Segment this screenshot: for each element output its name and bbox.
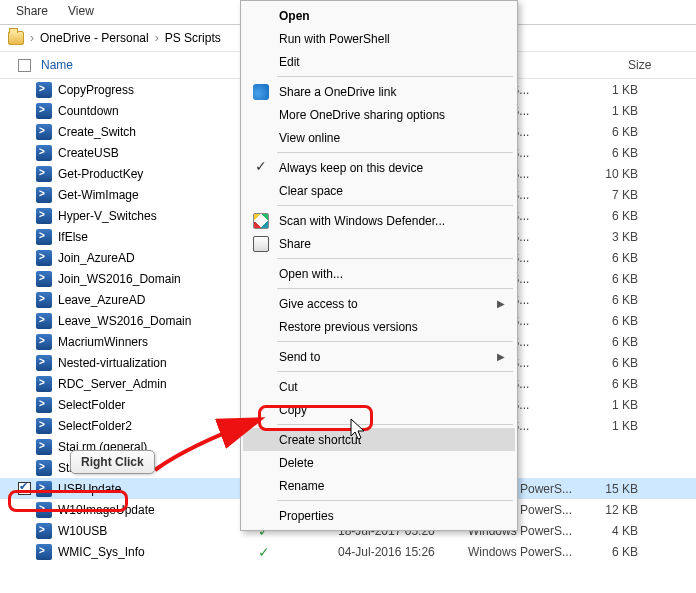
ctx-always-keep[interactable]: Always keep on this device: [243, 156, 515, 179]
annotation-tooltip-right-click: Right Click: [70, 450, 155, 474]
ctx-send-to[interactable]: Send to▶: [243, 345, 515, 368]
chevron-right-icon: ›: [30, 31, 34, 45]
powershell-file-icon: [36, 82, 52, 98]
file-size: 3 KB: [578, 230, 638, 244]
file-name: SelectFolder: [58, 398, 258, 412]
file-name: Get-WimImage: [58, 188, 258, 202]
separator: [277, 205, 513, 206]
file-size: 6 KB: [578, 293, 638, 307]
file-name: Get-ProductKey: [58, 167, 258, 181]
chevron-right-icon: ▶: [497, 351, 505, 362]
powershell-file-icon: [36, 502, 52, 518]
ctx-run-powershell[interactable]: Run with PowerShell: [243, 27, 515, 50]
file-name: Countdown: [58, 104, 258, 118]
column-size[interactable]: Size: [598, 58, 688, 72]
file-date: 04-Jul-2016 15:26: [338, 545, 468, 559]
tab-share[interactable]: Share: [16, 4, 48, 18]
file-size: 6 KB: [578, 272, 638, 286]
powershell-file-icon: [36, 460, 52, 476]
ctx-more-onedrive-options[interactable]: More OneDrive sharing options: [243, 103, 515, 126]
file-size: 6 KB: [578, 251, 638, 265]
powershell-file-icon: [36, 187, 52, 203]
powershell-file-icon: [36, 208, 52, 224]
separator: [277, 424, 513, 425]
file-name: USBUpdate: [58, 482, 258, 496]
separator: [277, 152, 513, 153]
file-size: 12 KB: [578, 503, 638, 517]
ctx-create-shortcut[interactable]: Create shortcut: [243, 428, 515, 451]
powershell-file-icon: [36, 376, 52, 392]
powershell-file-icon: [36, 397, 52, 413]
ctx-rename[interactable]: Rename: [243, 474, 515, 497]
file-name: Join_WS2016_Domain: [58, 272, 258, 286]
ctx-clear-space[interactable]: Clear space: [243, 179, 515, 202]
file-name: CopyProgress: [58, 83, 258, 97]
ctx-share[interactable]: Share: [243, 232, 515, 255]
separator: [277, 258, 513, 259]
file-name: CreateUSB: [58, 146, 258, 160]
tab-view[interactable]: View: [68, 4, 94, 18]
file-name: Hyper-V_Switches: [58, 209, 258, 223]
sync-status-icon: ✓: [258, 544, 338, 560]
file-size: 6 KB: [578, 125, 638, 139]
context-menu: Open Run with PowerShell Edit Share a On…: [240, 0, 518, 531]
breadcrumb-subfolder[interactable]: PS Scripts: [165, 31, 221, 45]
file-name: Create_Switch: [58, 125, 258, 139]
file-size: 15 KB: [578, 482, 638, 496]
ctx-give-access-to[interactable]: Give access to▶: [243, 292, 515, 315]
file-size: 10 KB: [578, 167, 638, 181]
ctx-open-with[interactable]: Open with...: [243, 262, 515, 285]
row-checkbox[interactable]: [18, 482, 31, 495]
powershell-file-icon: [36, 292, 52, 308]
ctx-restore-versions[interactable]: Restore previous versions: [243, 315, 515, 338]
ctx-edit[interactable]: Edit: [243, 50, 515, 73]
file-size: 6 KB: [578, 209, 638, 223]
ctx-view-online[interactable]: View online: [243, 126, 515, 149]
file-name: W10USB: [58, 524, 258, 538]
file-name: WMIC_Sys_Info: [58, 545, 258, 559]
ctx-scan-defender[interactable]: Scan with Windows Defender...: [243, 209, 515, 232]
powershell-file-icon: [36, 145, 52, 161]
select-all-checkbox[interactable]: [18, 59, 31, 72]
annotation-arrow: [150, 415, 270, 475]
ctx-copy[interactable]: Copy: [243, 398, 515, 421]
file-size: 1 KB: [578, 419, 638, 433]
powershell-file-icon: [36, 250, 52, 266]
file-size: 4 KB: [578, 524, 638, 538]
folder-icon: [8, 31, 24, 45]
powershell-file-icon: [36, 481, 52, 497]
file-size: 1 KB: [578, 104, 638, 118]
check-icon: [253, 160, 269, 176]
powershell-file-icon: [36, 523, 52, 539]
file-row[interactable]: WMIC_Sys_Info✓04-Jul-2016 15:26Windows P…: [0, 541, 696, 562]
file-name: MacriumWinners: [58, 335, 258, 349]
ctx-open[interactable]: Open: [243, 4, 515, 27]
file-name: RDC_Server_Admin: [58, 377, 258, 391]
file-size: 7 KB: [578, 188, 638, 202]
ctx-delete[interactable]: Delete: [243, 451, 515, 474]
file-name: IfElse: [58, 230, 258, 244]
file-size: 6 KB: [578, 545, 638, 559]
powershell-file-icon: [36, 166, 52, 182]
file-name: Leave_AzureAD: [58, 293, 258, 307]
ctx-share-onedrive-link[interactable]: Share a OneDrive link: [243, 80, 515, 103]
file-size: 6 KB: [578, 146, 638, 160]
share-icon: [253, 236, 269, 252]
powershell-file-icon: [36, 544, 52, 560]
chevron-right-icon: ▶: [497, 298, 505, 309]
ctx-cut[interactable]: Cut: [243, 375, 515, 398]
powershell-file-icon: [36, 271, 52, 287]
breadcrumb-folder[interactable]: OneDrive - Personal: [40, 31, 149, 45]
powershell-file-icon: [36, 439, 52, 455]
powershell-file-icon: [36, 355, 52, 371]
file-type: Windows PowerS...: [468, 545, 578, 559]
separator: [277, 500, 513, 501]
separator: [277, 341, 513, 342]
ctx-properties[interactable]: Properties: [243, 504, 515, 527]
separator: [277, 76, 513, 77]
file-name: Leave_WS2016_Domain: [58, 314, 258, 328]
file-size: 6 KB: [578, 335, 638, 349]
powershell-file-icon: [36, 124, 52, 140]
powershell-file-icon: [36, 334, 52, 350]
onedrive-icon: [253, 84, 269, 100]
